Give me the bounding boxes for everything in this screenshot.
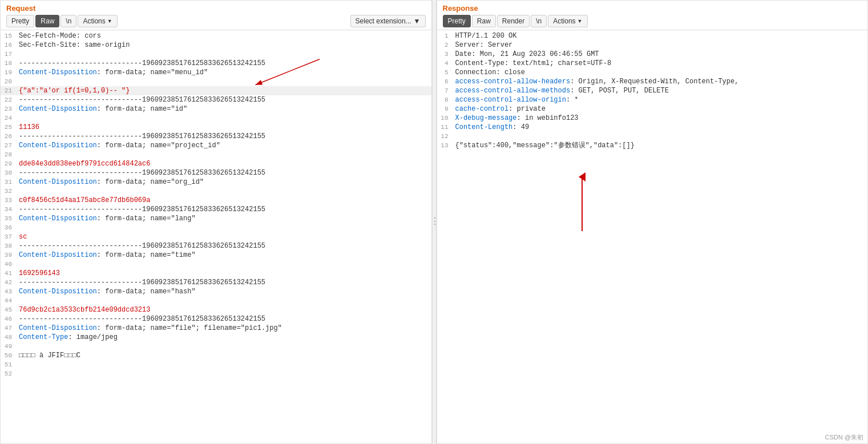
request-panel: Request Pretty Raw \n Actions ▼ Select e…: [0, 0, 432, 444]
line-content: ------------------------------1960923851…: [17, 132, 431, 141]
table-row: 21{"a":"a'or if(1=0,1,0)-- "}: [1, 86, 431, 95]
line-content: □□□□ à JFIF□□□C: [17, 351, 431, 360]
table-row: 29dde84e3dd838eebf9791ccd614842ac6: [1, 159, 431, 168]
request-n-button[interactable]: \n: [60, 15, 76, 27]
table-row: 10X-debug-message: in webinfo123: [437, 114, 868, 123]
response-raw-button[interactable]: Raw: [472, 15, 496, 27]
line-content: [17, 150, 431, 159]
line-content: 11136: [17, 123, 431, 132]
actions-dropdown-arrow: ▼: [107, 18, 112, 24]
line-content: Content-Disposition: form-data; name="la…: [17, 214, 431, 223]
request-title: Request: [6, 4, 426, 13]
line-number: 2: [437, 41, 453, 50]
table-row: 42------------------------------19609238…: [1, 278, 431, 287]
select-extension-button[interactable]: Select extension... ▼: [350, 15, 426, 27]
response-toolbar: Pretty Raw Render \n Actions ▼: [443, 15, 862, 30]
line-number: 16: [1, 41, 17, 50]
line-number: 1: [437, 31, 453, 41]
line-content: [17, 77, 431, 86]
table-row: 32: [1, 187, 431, 196]
line-number: 21: [1, 86, 17, 95]
table-row: 39Content-Disposition: form-data; name="…: [1, 251, 431, 260]
line-content: ------------------------------1960923851…: [17, 168, 431, 177]
request-pretty-button[interactable]: Pretty: [6, 15, 34, 27]
request-raw-button[interactable]: Raw: [35, 15, 59, 27]
response-n-button[interactable]: \n: [531, 15, 547, 27]
line-content: Content-Type: text/html; charset=UTF-8: [453, 59, 868, 68]
line-number: 46: [1, 314, 17, 324]
table-row: 40: [1, 260, 431, 269]
line-number: 18: [1, 59, 17, 68]
line-number: 36: [1, 223, 17, 232]
line-number: 17: [1, 50, 17, 59]
select-ext-arrow: ▼: [414, 17, 421, 25]
table-row: 48Content-Type: image/jpeg: [1, 333, 431, 342]
line-number: 32: [1, 187, 17, 196]
table-row: 16Sec-Fetch-Site: same-origin: [1, 41, 431, 50]
response-content[interactable]: 1HTTP/1.1 200 OK2Server: Server3Date: Mo…: [437, 30, 868, 443]
table-row: 6access-control-allow-headers: Origin, X…: [437, 77, 868, 86]
line-content: [17, 50, 431, 59]
line-number: 52: [1, 369, 17, 378]
line-content: Content-Disposition: form-data; name="id…: [17, 104, 431, 114]
line-number: 51: [1, 360, 17, 369]
line-content: 1692596143: [17, 269, 431, 278]
line-content: ------------------------------1960923851…: [17, 314, 431, 324]
table-row: 7access-control-allow-methods: GET, POST…: [437, 86, 868, 95]
table-row: 411692596143: [1, 269, 431, 278]
table-row: 20: [1, 77, 431, 86]
line-content: access-control-allow-origin: *: [453, 95, 868, 104]
line-content: [17, 260, 431, 269]
table-row: 36: [1, 223, 431, 232]
response-pretty-button[interactable]: Pretty: [443, 15, 471, 27]
line-number: 19: [1, 68, 17, 77]
line-number: 5: [437, 68, 453, 77]
line-number: 43: [1, 287, 17, 296]
line-content: dde84e3dd838eebf9791ccd614842ac6: [17, 159, 431, 168]
request-content[interactable]: 15Sec-Fetch-Mode: cors16Sec-Fetch-Site: …: [1, 30, 431, 443]
table-row: 8access-control-allow-origin: *: [437, 95, 868, 104]
line-content: 76d9cb2c1a3533cbfb214e09ddcd3213: [17, 305, 431, 314]
response-render-button[interactable]: Render: [497, 15, 530, 27]
line-content: access-control-allow-methods: GET, POST,…: [453, 86, 868, 95]
request-toolbar: Pretty Raw \n Actions ▼ Select extension…: [6, 15, 426, 30]
line-content: X-debug-message: in webinfo123: [453, 114, 868, 123]
request-panel-header: Request Pretty Raw \n Actions ▼ Select e…: [1, 1, 431, 30]
table-row: 5Connection: close: [437, 68, 868, 77]
line-number: 20: [1, 77, 17, 86]
line-number: 4: [437, 59, 453, 68]
line-number: 23: [1, 104, 17, 114]
table-row: 34------------------------------19609238…: [1, 205, 431, 214]
line-content: Content-Length: 49: [453, 123, 868, 132]
line-number: 10: [437, 114, 453, 123]
line-number: 39: [1, 251, 17, 260]
line-content: Sec-Fetch-Mode: cors: [17, 31, 431, 41]
line-number: 42: [1, 278, 17, 287]
line-number: 48: [1, 333, 17, 342]
line-content: [17, 342, 431, 351]
line-number: 50: [1, 351, 17, 360]
response-actions-button[interactable]: Actions ▼: [548, 15, 587, 27]
line-content: ------------------------------1960923851…: [17, 278, 431, 287]
table-row: 23Content-Disposition: form-data; name="…: [1, 104, 431, 114]
line-number: 44: [1, 296, 17, 305]
line-number: 45: [1, 305, 17, 314]
table-row: 47Content-Disposition: form-data; name="…: [1, 324, 431, 333]
line-content: Connection: close: [453, 68, 868, 77]
line-number: 37: [1, 232, 17, 241]
line-content: Content-Disposition: form-data; name="me…: [17, 68, 431, 77]
table-row: 44: [1, 296, 431, 305]
table-row: 35Content-Disposition: form-data; name="…: [1, 214, 431, 223]
panel-divider[interactable]: ⋮: [432, 0, 437, 444]
request-actions-button[interactable]: Actions ▼: [78, 15, 117, 27]
line-number: 15: [1, 31, 17, 41]
table-row: 4576d9cb2c1a3533cbfb214e09ddcd3213: [1, 305, 431, 314]
line-number: 24: [1, 114, 17, 123]
line-number: 34: [1, 205, 17, 214]
table-row: 4Content-Type: text/html; charset=UTF-8: [437, 59, 868, 68]
table-row: 46------------------------------19609238…: [1, 314, 431, 324]
line-content: c0f8456c51d4aa175abc8e77db6b069a: [17, 196, 431, 205]
line-number: 13: [437, 141, 453, 150]
line-content: sc: [17, 232, 431, 241]
line-number: 3: [437, 50, 453, 59]
